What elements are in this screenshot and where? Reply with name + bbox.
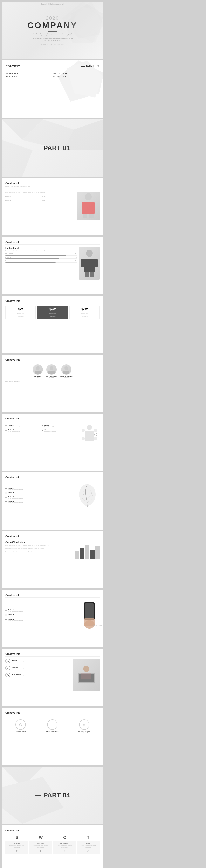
- feature-grid: Feature 1 Feature 2 Feature 3 Feature 4: [5, 195, 75, 201]
- svg-rect-27: [85, 431, 93, 441]
- pricing-cards: $99 Starter Feature one Feature two Feat…: [5, 306, 100, 319]
- leaf-title: Creative info: [5, 476, 100, 479]
- target-item-1: ◎ Target Lorem ipsum dolor sit: [5, 658, 71, 663]
- title-divider: [49, 31, 57, 32]
- bar-1: [75, 551, 79, 559]
- pricing-line: [5, 303, 100, 304]
- slide-profile: Creative info I'm Lostsoul Lorem ipsum d…: [2, 237, 104, 294]
- swot-item-s: Strengths Lorem ipsum dolor sit amet con…: [5, 841, 28, 854]
- cube-line: [5, 538, 100, 539]
- swot-grid: Strengths Lorem ipsum dolor sit amet con…: [5, 841, 100, 854]
- process-step-1: ⬡ Low cost project: [15, 719, 26, 733]
- content-item-2: 02. PART TWO: [6, 76, 52, 78]
- slide-phone: Creative info Option 1 Lorem ipsum dolor…: [2, 590, 104, 647]
- process-title: Creative info: [5, 711, 100, 714]
- target-items: ◎ Target Lorem ipsum dolor sit ◈ Mission…: [5, 658, 71, 691]
- phone-opt-1: Option 1 Lorem ipsum dolor sit amet: [5, 609, 77, 612]
- team-name-2: Acre Callington: [46, 375, 57, 377]
- options1-content: Option 1 Lorem ipsum dolor sit Option 2 …: [5, 423, 100, 448]
- svg-point-32: [94, 433, 97, 436]
- svg-point-30: [82, 437, 85, 440]
- option-1: Option 1 Lorem ipsum dolor sit: [5, 425, 40, 428]
- person-svg: [80, 192, 97, 219]
- skill-1: HTML & CSS85%: [5, 253, 77, 255]
- copyright-text: Copyright © http://www.pptstore.net: [41, 3, 64, 5]
- skill-2: Photoshop75%: [5, 257, 77, 259]
- slide-title: Copyright © http://www.pptstore.net 2020…: [2, 2, 104, 59]
- creative-sub-1: Finding ideas / solutions / choices / se…: [5, 186, 100, 187]
- profile-svg: [81, 249, 98, 278]
- svg-point-28: [82, 429, 85, 432]
- svg-point-20: [36, 366, 39, 370]
- skills-list: HTML & CSS85% Photoshop75% Illustrator70…: [5, 253, 77, 262]
- team-avatar-2: [46, 364, 57, 375]
- profile-text: I'm Lostsoul Lorem ipsum dolor sit amet,…: [5, 247, 77, 280]
- slide-process: Creative info ⬡ Low cost project ◇ Infin…: [2, 708, 104, 765]
- svg-rect-12: [83, 214, 87, 218]
- profile-name: I'm Lostsoul: [5, 247, 77, 249]
- leaf-visual: [75, 482, 100, 509]
- bar-5: [95, 546, 100, 559]
- profile-section: I'm Lostsoul Lorem ipsum dolor sit amet,…: [5, 247, 100, 280]
- swot-w: W: [39, 835, 43, 840]
- leaf-content: Option 1 Lorem ipsum dolor sit amet Opti…: [5, 482, 100, 509]
- swot-letters-row: S W O T: [5, 835, 100, 840]
- slide-leaf: Creative info Option 1 Lorem ipsum dolor…: [2, 472, 104, 530]
- options-grid-1: Option 1 Lorem ipsum dolor sit Option 2 …: [5, 425, 77, 432]
- swot-title: Creative info: [5, 829, 100, 832]
- process-content: ⬡ Low cost project ◇ Infinite presentati…: [5, 719, 100, 733]
- svg-rect-17: [90, 272, 94, 277]
- team-name-3: Richard Hansman: [60, 375, 72, 377]
- leaf-options: Option 1 Lorem ipsum dolor sit amet Opti…: [5, 488, 73, 503]
- svg-rect-18: [81, 259, 84, 267]
- svg-rect-11: [82, 202, 94, 214]
- phone-opt-3: Option 3 Lorem ipsum dolor sit amet: [5, 619, 77, 621]
- svg-rect-13: [89, 214, 93, 218]
- team-avatar-3: [61, 364, 71, 375]
- part03-label: PART 03: [81, 65, 99, 68]
- leaf-opt-1: Option 1 Lorem ipsum dolor sit amet: [5, 488, 73, 490]
- svg-point-10: [85, 193, 92, 200]
- pricing-card-3: $299 Premium Feature one Feature two Fea…: [69, 306, 100, 319]
- bar-3: [85, 545, 90, 559]
- svg-rect-23: [49, 371, 55, 374]
- cube-text: Cube Chart slide Lorem ipsum dolor sit a…: [5, 541, 72, 559]
- target-image: [73, 658, 100, 691]
- svg-point-31: [94, 437, 97, 440]
- creative-title-1: Creative info: [5, 182, 100, 185]
- phone-visual: PPTSTORE: [79, 600, 100, 630]
- team-role-3: Journalist: [60, 377, 72, 378]
- leaf-svg: [77, 482, 98, 509]
- phone-line: [5, 597, 100, 598]
- phone-opt-2: Option 2 Lorem ipsum dolor sit amet: [5, 614, 77, 617]
- svg-point-14: [86, 250, 93, 257]
- phone-title: Creative info: [5, 594, 100, 597]
- team-role-1: UX: [33, 377, 43, 378]
- svg-rect-16: [85, 272, 89, 277]
- leaf-opt-2: Option 2 Lorem ipsum dolor sit amet: [5, 492, 73, 495]
- process-step-2: ◇ Infinite presentation: [46, 719, 59, 733]
- target-content: ◎ Target Lorem ipsum dolor sit ◈ Mission…: [5, 658, 100, 691]
- creative-image-1: [77, 191, 100, 220]
- svg-point-29: [94, 429, 97, 432]
- cube-title: Creative info: [5, 535, 100, 538]
- profile-line: [5, 244, 100, 245]
- svg-point-39: [83, 666, 89, 672]
- team-avatar-1: [33, 364, 43, 375]
- leaf-opt-4: Option 4 Lorem ipsum dolor sit amet: [5, 501, 73, 503]
- bar-2: [80, 548, 85, 559]
- team-member-3: Richard Hansman Journalist: [60, 364, 72, 378]
- slide-part01: PART 01: [2, 119, 104, 177]
- slide-target: Creative info ◎ Target Lorem ipsum dolor…: [2, 649, 104, 706]
- team-row: The Boboo UX Acre Callington Director: [5, 364, 100, 378]
- slide-part04: PART 04: [2, 767, 104, 824]
- team-member-2: Acre Callington Director: [46, 364, 57, 378]
- option-2: Option 2 Lorem ipsum dolor sit: [42, 425, 77, 428]
- option-3: Option 3 Lorem ipsum dolor sit: [5, 429, 40, 432]
- laptop-person-svg: [75, 661, 98, 689]
- slide-cube-chart: Creative info Cube Chart slide Lorem ips…: [2, 531, 104, 588]
- team-role-2: Director: [46, 377, 57, 378]
- pricing-title: Creative info: [5, 300, 100, 303]
- creative-left: Lorem ipsum dolor sit amet, consectetur …: [5, 191, 75, 220]
- content-item-1: 01. PART ONE: [6, 72, 52, 74]
